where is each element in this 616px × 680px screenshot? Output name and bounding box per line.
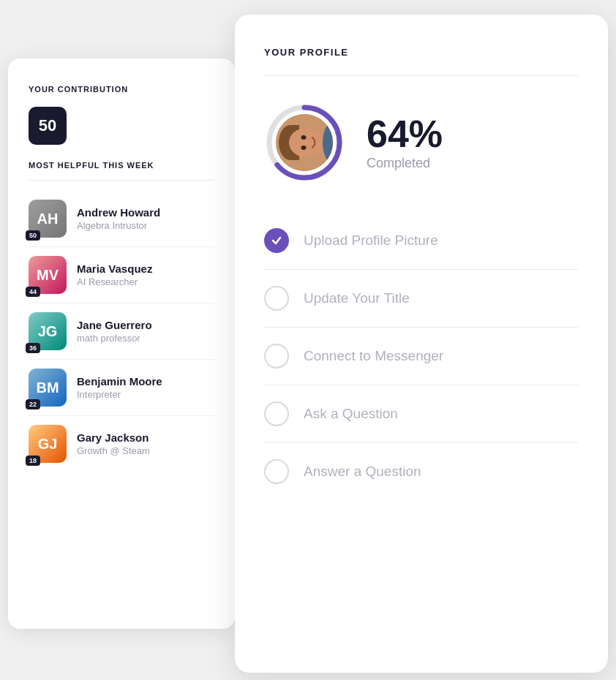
check-item[interactable]: Connect to Messenger <box>264 328 579 385</box>
person-name: Jane Guerrero <box>77 319 152 331</box>
check-item-label: Update Your Title <box>304 290 410 306</box>
person-item: BM 22 Benjamin Moore Interpreter <box>29 360 214 416</box>
check-icon-3 <box>264 401 289 426</box>
percent-block: 64% Completed <box>367 115 443 171</box>
helpful-label: MOST HELPFUL THIS WEEK <box>29 161 214 170</box>
profile-divider <box>264 75 579 76</box>
person-name: Andrew Howard <box>77 206 160 219</box>
person-score: 44 <box>26 287 40 297</box>
checklist: Upload Profile Picture Update Your Title… <box>264 212 579 500</box>
check-item[interactable]: Upload Profile Picture <box>264 212 579 270</box>
divider <box>29 180 214 181</box>
profile-title: YOUR PROFILE <box>264 47 579 58</box>
check-item[interactable]: Update Your Title <box>264 270 579 328</box>
check-item-label: Connect to Messenger <box>304 348 443 364</box>
profile-header: 64% Completed <box>264 102 579 183</box>
person-role: Growth @ Steam <box>77 445 150 456</box>
completed-label: Completed <box>367 156 443 171</box>
person-item: JG 36 Jane Guerrero math professor <box>29 303 214 360</box>
person-list: AH 50 Andrew Howard Algebra Intrustor MV… <box>29 191 214 472</box>
person-score: 50 <box>26 230 40 241</box>
score-badge: 50 <box>29 107 67 145</box>
check-item[interactable]: Ask a Question <box>264 385 579 443</box>
person-info: Andrew Howard Algebra Intrustor <box>77 206 160 231</box>
svg-point-6 <box>301 146 307 150</box>
check-item-label: Ask a Question <box>304 406 398 422</box>
person-item: MV 44 Maria Vasquez AI Researcher <box>29 247 214 303</box>
checkmark-icon <box>271 235 282 246</box>
donut-avatar-inner <box>276 114 333 171</box>
avatar-wrap: MV 44 <box>29 256 67 294</box>
person-info: Benjamin Moore Interpreter <box>77 375 162 400</box>
check-icon-2 <box>264 344 289 369</box>
person-role: math professor <box>77 333 152 344</box>
person-name: Gary Jackson <box>77 431 150 444</box>
person-score: 18 <box>26 456 40 466</box>
right-card: YOUR PROFILE <box>235 15 608 673</box>
person-score: 36 <box>26 343 40 353</box>
person-role: AI Researcher <box>77 276 152 287</box>
person-score: 22 <box>26 399 40 409</box>
avatar-wrap: GJ 18 <box>29 425 67 463</box>
check-icon-4 <box>264 459 289 484</box>
person-item: AH 50 Andrew Howard Algebra Intrustor <box>29 191 214 247</box>
person-role: Algebra Intrustor <box>77 220 160 231</box>
person-name: Maria Vasquez <box>77 262 152 275</box>
person-role: Interpreter <box>77 389 162 400</box>
left-card: YOUR CONTRIBUTION 50 MOST HELPFUL THIS W… <box>8 58 235 629</box>
donut-wrap <box>264 102 345 183</box>
avatar-wrap: JG 36 <box>29 312 67 350</box>
check-icon-1 <box>264 286 289 311</box>
person-name: Benjamin Moore <box>77 375 162 388</box>
avatar-wrap: AH 50 <box>29 200 67 238</box>
donut-avatar <box>276 114 333 171</box>
check-item-label: Answer a Question <box>304 464 421 480</box>
svg-point-5 <box>289 128 324 157</box>
svg-point-7 <box>301 135 307 140</box>
avatar-wrap: BM 22 <box>29 369 67 407</box>
avatar-face-svg <box>276 114 333 171</box>
percent-value: 64% <box>367 115 443 153</box>
check-item[interactable]: Answer a Question <box>264 443 579 500</box>
contribution-label: YOUR CONTRIBUTION <box>29 85 214 94</box>
person-info: Maria Vasquez AI Researcher <box>77 262 152 287</box>
check-item-label: Upload Profile Picture <box>304 233 438 249</box>
person-info: Gary Jackson Growth @ Steam <box>77 431 150 456</box>
check-icon-0 <box>264 228 289 253</box>
person-item: GJ 18 Gary Jackson Growth @ Steam <box>29 416 214 472</box>
person-info: Jane Guerrero math professor <box>77 319 152 344</box>
